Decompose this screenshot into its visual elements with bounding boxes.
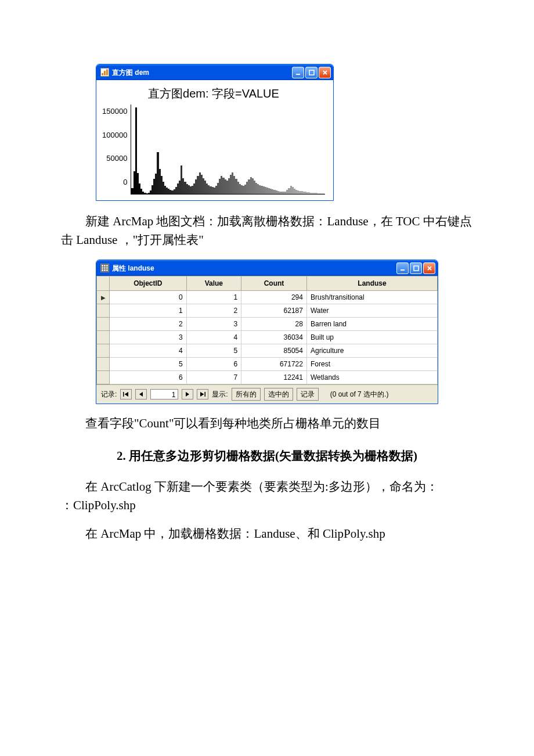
text: 中，加载栅格数据：: [144, 527, 254, 541]
cell-objectid[interactable]: 1: [110, 304, 187, 318]
table-row[interactable]: 4585054Agriculture: [97, 344, 438, 358]
attribute-table-window: 属性 landuse ObjectID Value Count Landuse …: [96, 260, 438, 404]
text: ClipPoly.shp: [73, 498, 136, 512]
cell-objectid[interactable]: 6: [110, 371, 187, 384]
col-landuse[interactable]: Landuse: [306, 276, 437, 291]
cell-objectid[interactable]: 5: [110, 358, 187, 371]
table-header-row: ObjectID Value Count Landuse: [97, 276, 438, 291]
row-selector-header: [97, 276, 110, 291]
chart-area: 150000 100000 50000 0: [102, 105, 325, 195]
svg-rect-1: [104, 71, 106, 75]
cell-count[interactable]: 85054: [241, 344, 307, 358]
svg-rect-10: [400, 269, 405, 271]
text: 新建: [85, 214, 113, 228]
attr-title: 属性 landuse: [112, 263, 396, 273]
nav-current-input[interactable]: 1: [150, 389, 178, 399]
row-selector[interactable]: [97, 304, 110, 318]
svg-rect-12: [123, 392, 124, 397]
col-count[interactable]: Count: [241, 276, 307, 291]
row-selector[interactable]: [97, 318, 110, 331]
text: ，在: [369, 214, 396, 228]
table-row[interactable]: 1262187Water: [97, 304, 438, 318]
maximize-button[interactable]: [305, 67, 317, 78]
table-row[interactable]: 2328Barren land: [97, 318, 438, 331]
table-row[interactable]: 6712241Wetlands: [97, 371, 438, 384]
svg-marker-14: [139, 392, 143, 397]
cell-objectid[interactable]: 2: [110, 318, 187, 331]
cell-landuse[interactable]: Wetlands: [306, 371, 437, 384]
row-selector[interactable]: ▶: [97, 291, 110, 304]
cell-count[interactable]: 62187: [241, 304, 307, 318]
ytick: 100000: [102, 129, 127, 141]
row-selector[interactable]: [97, 371, 110, 384]
cell-landuse[interactable]: Built up: [306, 331, 437, 344]
text: ClipPoly.shp: [323, 527, 385, 541]
cell-landuse[interactable]: Barren land: [306, 318, 437, 331]
cell-objectid[interactable]: 3: [110, 331, 187, 344]
nav-selected-button[interactable]: 选中的: [264, 388, 293, 401]
cell-value[interactable]: 7: [186, 371, 241, 384]
cell-count[interactable]: 28: [241, 318, 307, 331]
minimize-button[interactable]: [396, 262, 409, 274]
paragraph-1: 新建 ArcMap 地图文档：加载离散栅格数据：Landuse，在 TOC 中右…: [61, 213, 473, 249]
histogram-title: 直方图 dem: [112, 67, 292, 78]
histogram-body: 直方图dem: 字段=VALUE 150000 100000 50000 0: [96, 80, 333, 200]
window-control-buttons: [292, 67, 331, 78]
svg-rect-5: [102, 265, 109, 272]
cell-objectid[interactable]: 0: [110, 291, 187, 304]
maximize-button[interactable]: [410, 262, 422, 274]
svg-rect-2: [106, 69, 108, 75]
row-selector[interactable]: [97, 344, 110, 358]
paragraph-2: 查看字段"Count"可以看到每种地类所占栅格单元的数目: [61, 415, 473, 433]
cell-value[interactable]: 3: [186, 318, 241, 331]
cell-count[interactable]: 12241: [241, 371, 307, 384]
table-row[interactable]: 56671722Forest: [97, 358, 438, 371]
text: TOC: [396, 214, 423, 228]
close-button[interactable]: [319, 67, 331, 78]
text: ArcCatlog: [100, 480, 154, 494]
cell-count[interactable]: 36034: [241, 331, 307, 344]
nav-prev-button[interactable]: [135, 389, 147, 399]
text: ArcMap: [100, 527, 144, 541]
nav-all-button[interactable]: 所有的: [232, 388, 261, 401]
cell-value[interactable]: 1: [186, 291, 241, 304]
cell-objectid[interactable]: 4: [110, 344, 187, 358]
cell-value[interactable]: 4: [186, 331, 241, 344]
table-row[interactable]: 3436034Built up: [97, 331, 438, 344]
cell-count[interactable]: 294: [241, 291, 307, 304]
chart-title: 直方图dem: 字段=VALUE: [102, 85, 325, 102]
row-selector[interactable]: [97, 358, 110, 371]
cell-landuse[interactable]: Agriculture: [306, 344, 437, 358]
text: Landuse: [254, 527, 295, 541]
nav-first-button[interactable]: [120, 389, 132, 399]
ytick: 0: [123, 177, 127, 188]
cell-count[interactable]: 671722: [241, 358, 307, 371]
row-selector[interactable]: [97, 331, 110, 344]
ytick: 50000: [106, 153, 127, 164]
text: ArcMap: [113, 214, 156, 228]
cell-landuse[interactable]: Water: [306, 304, 437, 318]
table-icon: [100, 264, 109, 272]
table-row[interactable]: ▶01294Brush/transitional: [97, 291, 438, 304]
svg-marker-16: [200, 392, 204, 397]
cell-landuse[interactable]: Brush/transitional: [306, 291, 437, 304]
attribute-table: ObjectID Value Count Landuse ▶01294Brush…: [96, 276, 438, 384]
text: 下新建一个要素类（要素类型为:多边形），命名为：: [154, 480, 438, 494]
histogram-titlebar: 直方图 dem: [96, 64, 333, 80]
cell-value[interactable]: 2: [186, 304, 241, 318]
attr-titlebar: 属性 landuse: [96, 260, 438, 276]
nav-next-button[interactable]: [182, 389, 193, 399]
record-navigator: 记录: 1 显示: 所有的 选中的 记录 (0 out of 7 选中的.): [96, 384, 438, 404]
cell-landuse[interactable]: Forest: [306, 358, 437, 371]
close-button[interactable]: [423, 262, 435, 274]
svg-rect-3: [296, 74, 300, 75]
cell-value[interactable]: 5: [186, 344, 241, 358]
nav-last-button[interactable]: [197, 389, 208, 399]
col-value[interactable]: Value: [186, 276, 241, 291]
cell-value[interactable]: 6: [186, 358, 241, 371]
minimize-button[interactable]: [292, 67, 304, 78]
nav-record-button[interactable]: 记录: [297, 388, 319, 401]
svg-marker-15: [186, 392, 189, 397]
text: 查看字段": [85, 416, 139, 430]
col-objectid[interactable]: ObjectID: [110, 276, 187, 291]
